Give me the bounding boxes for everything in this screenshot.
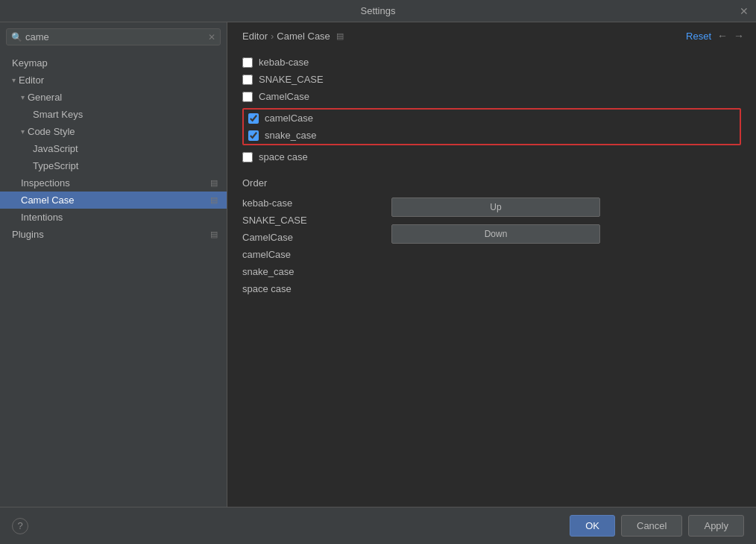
sidebar-item-javascript[interactable]: JavaScript bbox=[0, 140, 227, 157]
checkbox-item-snake-upper: SNAKE_CASE bbox=[242, 74, 741, 85]
checkbox-camel-upper-label: CamelCase bbox=[259, 91, 309, 102]
javascript-label: JavaScript bbox=[33, 143, 78, 154]
checkbox-snake-lower-label: snake_case bbox=[265, 130, 316, 141]
order-list: kebab-case SNAKE_CASE CamelCase camelCas… bbox=[242, 196, 377, 296]
apply-button[interactable]: Apply bbox=[688, 515, 744, 537]
order-item-0: kebab-case bbox=[242, 196, 377, 210]
camel-case-icon: ▤ bbox=[210, 195, 218, 205]
sidebar-item-smart-keys[interactable]: Smart Keys bbox=[0, 106, 227, 123]
header-actions: Reset ← → bbox=[686, 30, 744, 42]
checkbox-item-camel-lower: camelCase bbox=[248, 113, 735, 124]
checkbox-item-space: space case bbox=[242, 151, 741, 162]
cancel-button[interactable]: Cancel bbox=[621, 515, 682, 537]
reset-button[interactable]: Reset bbox=[686, 31, 711, 42]
nav-forward-button[interactable]: → bbox=[734, 30, 744, 42]
checkbox-group: kebab-case SNAKE_CASE CamelCase camelCas… bbox=[242, 57, 741, 162]
camel-case-label: Camel Case bbox=[21, 194, 75, 206]
order-title: Order bbox=[242, 177, 741, 189]
checkbox-snake-upper-label: SNAKE_CASE bbox=[259, 74, 324, 85]
checkbox-space-label: space case bbox=[259, 151, 308, 162]
sidebar-item-inspections[interactable]: Inspections ▤ bbox=[0, 174, 227, 192]
sidebar-item-general[interactable]: ▾ General bbox=[0, 89, 227, 106]
code-style-label: Code Style bbox=[28, 126, 75, 137]
checked-highlight-group: camelCase snake_case bbox=[242, 108, 741, 145]
editor-label: Editor bbox=[19, 75, 44, 86]
ok-button[interactable]: OK bbox=[570, 515, 615, 537]
smart-keys-label: Smart Keys bbox=[33, 109, 83, 120]
breadcrumb: Editor › Camel Case ▤ bbox=[242, 31, 344, 42]
order-section: Order kebab-case SNAKE_CASE CamelCase ca… bbox=[242, 177, 741, 296]
editor-arrow: ▾ bbox=[12, 76, 16, 84]
plugins-label: Plugins bbox=[12, 229, 44, 240]
nav-back-button[interactable]: ← bbox=[717, 30, 728, 42]
keymap-label: Keymap bbox=[12, 57, 48, 69]
search-input[interactable] bbox=[25, 31, 208, 42]
bottom-bar: ? OK Cancel Apply bbox=[0, 507, 756, 544]
order-item-3: camelCase bbox=[242, 247, 377, 262]
clear-icon[interactable]: ✕ bbox=[208, 32, 215, 42]
sidebar-item-intentions[interactable]: Intentions bbox=[0, 209, 227, 226]
code-style-arrow: ▾ bbox=[21, 127, 25, 136]
checkbox-camel-case-lower[interactable] bbox=[248, 113, 259, 124]
sidebar-item-camel-case[interactable]: Camel Case ▤ bbox=[0, 192, 227, 209]
checkbox-camel-lower-label: camelCase bbox=[265, 113, 313, 124]
up-button[interactable]: Up bbox=[391, 197, 600, 217]
close-button[interactable]: ✕ bbox=[740, 5, 749, 17]
inspections-label: Inspections bbox=[21, 177, 70, 189]
search-box: 🔍 ✕ bbox=[6, 28, 221, 45]
sidebar-item-keymap[interactable]: Keymap bbox=[0, 54, 227, 72]
breadcrumb-current: Camel Case bbox=[277, 31, 330, 42]
checkbox-item-snake-lower: snake_case bbox=[248, 130, 735, 141]
checkbox-snake-case-upper[interactable] bbox=[242, 75, 253, 85]
checkbox-snake-case-lower[interactable] bbox=[248, 130, 259, 141]
checkbox-space-case[interactable] bbox=[242, 152, 253, 162]
checkbox-kebab-label: kebab-case bbox=[259, 57, 309, 68]
nav-tree: Keymap ▾ Editor ▾ General Smart Keys ▾ C… bbox=[0, 51, 227, 246]
search-icon: 🔍 bbox=[11, 32, 22, 42]
order-item-5: space case bbox=[242, 282, 377, 296]
plugins-icon: ▤ bbox=[210, 230, 218, 239]
order-item-2: CamelCase bbox=[242, 230, 377, 244]
order-item-4: snake_case bbox=[242, 265, 377, 279]
order-content: kebab-case SNAKE_CASE CamelCase camelCas… bbox=[242, 196, 741, 296]
general-label: General bbox=[28, 92, 62, 103]
sidebar-item-code-style[interactable]: ▾ Code Style bbox=[0, 123, 227, 140]
sidebar-item-editor[interactable]: ▾ Editor bbox=[0, 72, 227, 89]
inspections-icon: ▤ bbox=[210, 178, 218, 188]
sidebar-item-plugins[interactable]: Plugins ▤ bbox=[0, 226, 227, 243]
intentions-label: Intentions bbox=[21, 212, 63, 223]
general-arrow: ▾ bbox=[21, 93, 25, 101]
sidebar-item-typescript[interactable]: TypeScript bbox=[0, 157, 227, 174]
window-title: Settings bbox=[361, 5, 396, 16]
title-bar: Settings ✕ bbox=[0, 0, 756, 22]
sidebar: 🔍 ✕ Keymap ▾ Editor ▾ General Smart Keys bbox=[0, 22, 227, 507]
checkbox-item-camel-upper: CamelCase bbox=[242, 91, 741, 102]
order-item-1: SNAKE_CASE bbox=[242, 213, 377, 227]
dialog-body: 🔍 ✕ Keymap ▾ Editor ▾ General Smart Keys bbox=[0, 22, 756, 507]
typescript-label: TypeScript bbox=[33, 160, 78, 171]
checkbox-kebab-case[interactable] bbox=[242, 57, 253, 68]
breadcrumb-separator: › bbox=[271, 31, 274, 42]
checkbox-item-kebab: kebab-case bbox=[242, 57, 741, 68]
content-body: kebab-case SNAKE_CASE CamelCase camelCas… bbox=[227, 48, 756, 507]
breadcrumb-parent: Editor bbox=[242, 31, 268, 42]
order-buttons: Up Down bbox=[391, 197, 600, 244]
content-header: Editor › Camel Case ▤ Reset ← → bbox=[227, 22, 756, 48]
checkbox-camel-case-upper[interactable] bbox=[242, 92, 253, 102]
down-button[interactable]: Down bbox=[391, 224, 600, 244]
content-area: Editor › Camel Case ▤ Reset ← → kebab-ca… bbox=[227, 22, 756, 507]
page-icon: ▤ bbox=[336, 31, 344, 41]
help-button[interactable]: ? bbox=[12, 518, 28, 534]
